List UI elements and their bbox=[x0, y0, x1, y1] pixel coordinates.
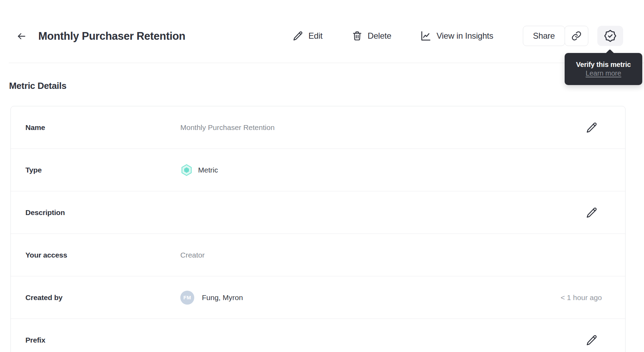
pencil-icon bbox=[586, 334, 598, 346]
line-chart-icon bbox=[420, 30, 432, 42]
view-in-insights-label: View in Insights bbox=[437, 31, 493, 41]
tooltip-arrow bbox=[605, 49, 615, 59]
pencil-icon bbox=[292, 30, 304, 41]
edit-name-button[interactable] bbox=[585, 121, 598, 134]
copy-link-button[interactable] bbox=[565, 26, 588, 46]
row-label: Name bbox=[25, 123, 180, 132]
row-label: Created by bbox=[25, 293, 180, 302]
edit-button[interactable]: Edit bbox=[292, 26, 323, 46]
edit-label: Edit bbox=[308, 31, 323, 41]
link-icon bbox=[571, 31, 582, 41]
pencil-icon bbox=[586, 121, 598, 134]
tooltip-title: Verify this metric bbox=[576, 61, 631, 69]
view-in-insights-button[interactable]: View in Insights bbox=[420, 26, 493, 46]
detail-row-type: Type Metric bbox=[11, 149, 625, 191]
delete-label: Delete bbox=[368, 31, 391, 41]
page-title: Monthly Purchaser Retention bbox=[38, 30, 186, 43]
metric-details-page: Monthly Purchaser Retention Edit Delete bbox=[0, 0, 644, 352]
row-label: Description bbox=[25, 208, 180, 217]
header-divider bbox=[9, 63, 644, 63]
detail-row-description: Description bbox=[11, 191, 625, 234]
row-label: Your access bbox=[25, 251, 180, 259]
arrow-left-icon bbox=[16, 31, 27, 41]
metric-hexagon-icon bbox=[180, 164, 193, 176]
metric-details-card: Name Monthly Purchaser Retention Type bbox=[10, 106, 626, 352]
created-time: < 1 hour ago bbox=[560, 293, 602, 302]
avatar: FM bbox=[180, 291, 194, 305]
edit-description-button[interactable] bbox=[585, 206, 598, 219]
section-heading: Metric Details bbox=[9, 81, 66, 91]
type-value: Metric bbox=[198, 166, 218, 174]
verify-tooltip: Verify this metric Learn more bbox=[565, 53, 642, 85]
verified-badge-icon bbox=[604, 30, 616, 42]
row-label: Prefix bbox=[25, 336, 180, 344]
learn-more-link[interactable]: Learn more bbox=[586, 69, 621, 77]
detail-row-your-access: Your access Creator bbox=[11, 234, 625, 276]
detail-row-created-by: Created by FM Fung, Myron < 1 hour ago bbox=[11, 276, 625, 319]
edit-prefix-button[interactable] bbox=[585, 334, 598, 347]
name-value: Monthly Purchaser Retention bbox=[180, 123, 275, 132]
verify-metric-button[interactable] bbox=[597, 26, 623, 46]
trash-icon bbox=[352, 30, 363, 41]
pencil-icon bbox=[586, 206, 598, 219]
share-label: Share bbox=[533, 31, 555, 41]
created-by-value: Fung, Myron bbox=[202, 293, 243, 302]
back-button[interactable] bbox=[15, 29, 29, 43]
detail-row-name: Name Monthly Purchaser Retention bbox=[11, 106, 625, 149]
access-value: Creator bbox=[180, 251, 205, 259]
detail-row-prefix: Prefix bbox=[11, 319, 625, 352]
share-button[interactable]: Share bbox=[523, 26, 565, 46]
delete-button[interactable]: Delete bbox=[352, 26, 391, 46]
row-label: Type bbox=[25, 166, 180, 174]
